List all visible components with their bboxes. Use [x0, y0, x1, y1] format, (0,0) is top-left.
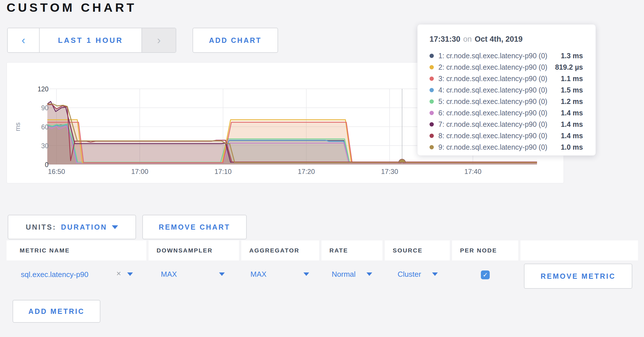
series-label: 2: cr.node.sql.exec.latency-p90 (0): [438, 63, 555, 71]
series-value: 1.2 ms: [561, 97, 583, 106]
downsampler-value: MAX: [161, 270, 177, 279]
series-color-dot: [430, 122, 434, 127]
column-header-metric-name: METRIC NAME: [7, 240, 146, 260]
tooltip-row: 5: cr.node.sql.exec.latency-p90 (0)1.2 m…: [430, 96, 583, 107]
source-dropdown[interactable]: Cluster: [398, 268, 438, 280]
column-header-rate: RATE: [321, 240, 382, 260]
time-window-next-button[interactable]: ›: [141, 28, 176, 52]
series-value: 1.0 ms: [561, 143, 583, 151]
tooltip-row: 3: cr.node.sql.exec.latency-p90 (0)1.1 m…: [430, 73, 583, 84]
tooltip-rows: 1: cr.node.sql.exec.latency-p90 (0)1.3 m…: [430, 50, 583, 153]
downsampler-dropdown[interactable]: MAX: [161, 268, 225, 280]
series-color-dot: [430, 99, 434, 104]
remove-metric-button[interactable]: REMOVE METRIC: [524, 264, 632, 289]
series-label: 4: cr.node.sql.exec.latency-p90 (0): [438, 86, 561, 94]
series-value: 1.1 ms: [561, 75, 583, 83]
chevron-down-icon: [219, 272, 225, 276]
per-node-checkbox[interactable]: ✓: [481, 270, 490, 279]
remove-chart-button[interactable]: REMOVE CHART: [142, 215, 247, 239]
series-label: 9: cr.node.sql.exec.latency-p90 (0): [438, 143, 561, 151]
y-tick-label: 30: [41, 142, 48, 150]
add-chart-button[interactable]: ADD CHART: [193, 28, 278, 53]
tooltip-row: 6: cr.node.sql.exec.latency-p90 (0)1.4 m…: [430, 107, 583, 119]
column-header-per-node: PER NODE: [452, 240, 518, 260]
rate-dropdown[interactable]: Normal: [332, 268, 372, 280]
custom-chart-page: CUSTOM CHART ‹ LAST 1 HOUR › ADD CHART 0…: [0, 0, 644, 337]
tooltip-on-word: on: [463, 35, 472, 43]
chart-tooltip: 17:31:30onOct 4th, 2019 1: cr.node.sql.e…: [417, 24, 596, 156]
column-header-downsampler: DOWNSAMPLER: [149, 240, 239, 260]
series-color-dot: [430, 145, 434, 149]
x-tick-label: 17:30: [381, 168, 398, 175]
x-tick-label: 17:00: [131, 168, 148, 175]
time-window-selector: ‹ LAST 1 HOUR ›: [7, 28, 176, 53]
aggregator-value: MAX: [250, 270, 266, 279]
series-label: 7: cr.node.sql.exec.latency-p90 (0): [438, 120, 561, 129]
series-color-dot: [430, 111, 434, 115]
column-header-aggregator: AGGREGATOR: [241, 240, 319, 260]
tooltip-row: 8: cr.node.sql.exec.latency-p90 (0)1.4 m…: [430, 130, 583, 141]
x-tick-label: 16:50: [48, 168, 65, 175]
units-value: DURATION: [61, 223, 107, 231]
column-header-source: SOURCE: [385, 240, 450, 260]
y-tick-label: 90: [41, 104, 48, 112]
series-label: 1: cr.node.sql.exec.latency-p90 (0): [438, 52, 561, 60]
series-color-dot: [430, 65, 434, 69]
time-window-prev-button[interactable]: ‹: [8, 28, 40, 52]
series-color-dot: [430, 134, 434, 138]
series-value: 819.2 µs: [555, 63, 583, 71]
tooltip-timestamp: 17:31:30onOct 4th, 2019: [430, 35, 583, 44]
series-color-dot: [430, 54, 434, 58]
chevron-down-icon: [303, 272, 309, 276]
chevron-left-icon: ‹: [22, 35, 25, 46]
chevron-down-icon: [112, 225, 118, 229]
chevron-down-icon: [366, 272, 372, 276]
tooltip-date: Oct 4th, 2019: [475, 35, 523, 43]
chevron-down-icon: [432, 272, 438, 276]
y-tick-label: 60: [41, 123, 48, 131]
y-tick-label: 120: [38, 85, 48, 93]
y-axis-unit-label: ms: [14, 123, 21, 131]
series-label: 8: cr.node.sql.exec.latency-p90 (0): [438, 132, 561, 140]
series-color-dot: [430, 88, 434, 92]
add-metric-button[interactable]: ADD METRIC: [13, 300, 100, 323]
metric-chevron-down-icon[interactable]: [127, 272, 133, 276]
units-label: UNITS:: [26, 223, 56, 231]
chevron-right-icon: ›: [157, 35, 161, 46]
series-value: 1.5 ms: [561, 86, 583, 94]
source-value: Cluster: [398, 270, 421, 279]
time-window-label: LAST 1 HOUR: [58, 36, 123, 45]
metric-name-link[interactable]: sql.exec.latency-p90: [21, 270, 88, 279]
series-value: 1.3 ms: [561, 52, 583, 60]
tooltip-row: 1: cr.node.sql.exec.latency-p90 (0)1.3 m…: [430, 50, 583, 61]
tooltip-row: 4: cr.node.sql.exec.latency-p90 (0)1.5 m…: [430, 84, 583, 96]
series-value: 1.4 ms: [561, 109, 583, 117]
check-icon: ✓: [483, 271, 488, 279]
series-color-dot: [430, 77, 434, 81]
tooltip-row: 9: cr.node.sql.exec.latency-p90 (0)1.0 m…: [430, 141, 583, 153]
x-tick-label: 17:40: [464, 168, 481, 175]
series-value: 1.4 ms: [561, 120, 583, 129]
tooltip-row: 7: cr.node.sql.exec.latency-p90 (0)1.4 m…: [430, 119, 583, 130]
rate-value: Normal: [332, 270, 356, 279]
x-tick-label: 17:10: [214, 168, 232, 175]
tooltip-time: 17:31:30: [430, 35, 460, 43]
x-tick-label: 17:20: [298, 168, 315, 175]
page-title: CUSTOM CHART: [7, 1, 137, 15]
time-window-label-button[interactable]: LAST 1 HOUR: [40, 28, 141, 52]
series-label: 5: cr.node.sql.exec.latency-p90 (0): [438, 97, 561, 106]
column-header-actions: [521, 240, 638, 260]
units-dropdown[interactable]: UNITS: DURATION: [8, 215, 136, 239]
series-label: 6: cr.node.sql.exec.latency-p90 (0): [438, 109, 561, 117]
hover-point-dot: [399, 159, 406, 163]
clear-metric-icon[interactable]: ×: [116, 270, 121, 278]
aggregator-dropdown[interactable]: MAX: [250, 268, 309, 280]
tooltip-row: 2: cr.node.sql.exec.latency-p90 (0)819.2…: [430, 61, 583, 73]
series-value: 1.4 ms: [561, 132, 583, 140]
series-label: 3: cr.node.sql.exec.latency-p90 (0): [438, 75, 561, 83]
